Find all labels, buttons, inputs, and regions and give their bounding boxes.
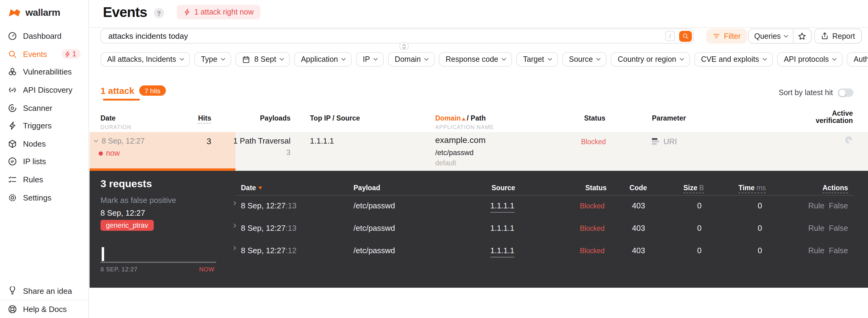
sidebar-item-ip-lists[interactable]: IP lists [0,153,88,171]
sort-label: Sort by latest hit [779,88,833,97]
col-header-hits[interactable]: Hits [198,114,211,122]
detail-col-payload: Payload [353,184,380,192]
col-header-domain-path[interactable]: Domain/ Path [435,114,486,122]
attack-row[interactable]: 8 Sep, 12:27 now 3 1 Path Traversal 3 1.… [90,132,868,171]
rule-action[interactable]: Rule [808,201,825,210]
chip-target[interactable]: Target [516,52,558,67]
request-actions: Rule False [808,224,848,233]
detail-col-source: Source [492,184,515,192]
sidebar: wallarm Dashboard Events 1 Vulnerabiliti… [0,0,89,318]
request-row[interactable]: 8 Sep, 12:27:13 /etc/passwd 1.1.1.1 Bloc… [90,200,868,218]
search-icon [682,33,688,39]
request-source[interactable]: 1.1.1.1 [490,224,515,233]
brand-logo[interactable]: wallarm [8,7,60,18]
report-button[interactable]: Report [814,28,862,44]
wallarm-logo-icon [8,7,21,18]
request-source[interactable]: 1.1.1.1 [490,246,515,257]
queries-dropdown[interactable]: Queries [749,29,793,43]
filter-button-label: Filter [724,32,741,40]
lifebuoy-icon [8,305,17,314]
chip-country-region[interactable]: Country or region [611,52,690,67]
collapse-icon[interactable] [94,138,98,142]
chip-type[interactable]: Type [194,52,231,67]
attack-parameter: URI [652,137,677,146]
attack-date-cell[interactable]: 8 Sep, 12:27 now 3 [90,132,236,171]
sidebar-item-scanner[interactable]: Scanner [0,99,88,117]
chip-all-attacks-incidents[interactable]: All attacks, Incidents [100,52,190,67]
attack-details-panel: 3 requests Mark as false positive 8 Sep,… [90,171,868,288]
detail-col-size[interactable]: Size B [683,184,704,193]
attack-alert-badge[interactable]: 1 attack right now [177,5,260,19]
false-action[interactable]: False [829,224,848,233]
events-badge-count: 1 [72,50,76,58]
detail-col-date[interactable]: Date [241,184,262,192]
help-icon[interactable] [154,8,164,18]
scanner-icon [8,103,17,112]
sidebar-item-dashboard[interactable]: Dashboard [0,27,88,45]
expand-icon[interactable] [232,246,236,250]
request-payload: /etc/passwd [353,201,395,210]
favorite-query-button[interactable] [793,29,811,43]
events-icon [8,50,17,59]
filter-button[interactable]: Filter [706,28,747,44]
attack-top-ip[interactable]: 1.1.1.1 [310,136,334,145]
false-action[interactable]: False [829,201,848,210]
request-status: Blocked [580,225,605,232]
sidebar-item-settings[interactable]: Settings [0,189,88,207]
attack-payload-type: 1 Path Traversal [234,136,290,145]
rule-action[interactable]: Rule [808,224,825,233]
sidebar-item-label: Scanner [23,103,52,112]
list-icon [652,138,659,145]
chevron-down-icon [373,56,378,61]
false-action[interactable]: False [829,246,848,255]
chip-cve-exploits[interactable]: CVE and exploits [694,52,773,67]
request-source[interactable]: 1.1.1.1 [490,201,515,212]
search-input[interactable] [101,29,664,43]
chevron-down-icon [833,56,837,61]
sidebar-item-events[interactable]: Events 1 [0,45,88,63]
search-expander[interactable] [400,42,409,50]
expand-icon[interactable] [232,201,236,205]
search-button[interactable] [679,31,691,41]
sidebar-item-help-docs[interactable]: Help & Docs [0,300,88,318]
sidebar-item-rules[interactable]: Rules [0,171,88,189]
active-verification-icon[interactable] [844,136,853,144]
request-row[interactable]: 8 Sep, 12:27:12 /etc/passwd 1.1.1.1 Bloc… [90,245,868,263]
vulnerabilities-icon [8,67,17,77]
request-code: 403 [632,201,645,210]
chip-response-code[interactable]: Response code [439,52,513,67]
expand-icon[interactable] [232,224,236,228]
sidebar-item-triggers[interactable]: Triggers [0,117,88,135]
sidebar-item-nodes[interactable]: Nodes [0,135,88,153]
chip-domain[interactable]: Domain [388,52,435,67]
chip-authentication[interactable]: Authentication [847,52,868,67]
sidebar-item-api-discovery[interactable]: API Discovery [0,81,88,99]
chip-api-protocols[interactable]: API protocols [777,52,843,67]
request-row[interactable]: 8 Sep, 12:27:13 /etc/passwd 1.1.1.1 Bloc… [90,222,868,240]
request-actions: Rule False [808,201,848,210]
detail-col-time[interactable]: Time ms [739,184,766,193]
star-icon [798,32,807,40]
slash-shortcut-key: / [665,31,675,41]
request-status: Blocked [580,247,605,254]
bolt-icon [64,51,71,58]
sidebar-item-share-idea[interactable]: Share an idea [0,282,88,300]
calendar-icon [242,55,250,63]
main-content: Events 1 attack right now / Filter Queri… [90,0,868,318]
request-time: 0 [758,246,762,255]
chip-date[interactable]: 8 Sept [236,52,290,67]
sidebar-item-vulnerabilities[interactable]: Vulnerabilities [0,63,88,81]
sidebar-item-label: Share an idea [23,286,72,295]
request-payload: /etc/passwd [353,246,395,255]
col-header-active-verification: Active verification [816,110,853,124]
detail-col-actions[interactable]: Actions [823,184,848,193]
attack-hits-value: 3 [207,136,211,146]
sidebar-item-label: Events [23,50,47,59]
rule-action[interactable]: Rule [808,246,825,255]
chip-application[interactable]: Application [294,52,352,67]
rules-icon [8,175,17,184]
sort-toggle[interactable] [838,88,854,97]
chevron-down-icon [280,56,284,61]
chip-ip[interactable]: IP [356,52,384,67]
chip-source[interactable]: Source [562,52,607,67]
